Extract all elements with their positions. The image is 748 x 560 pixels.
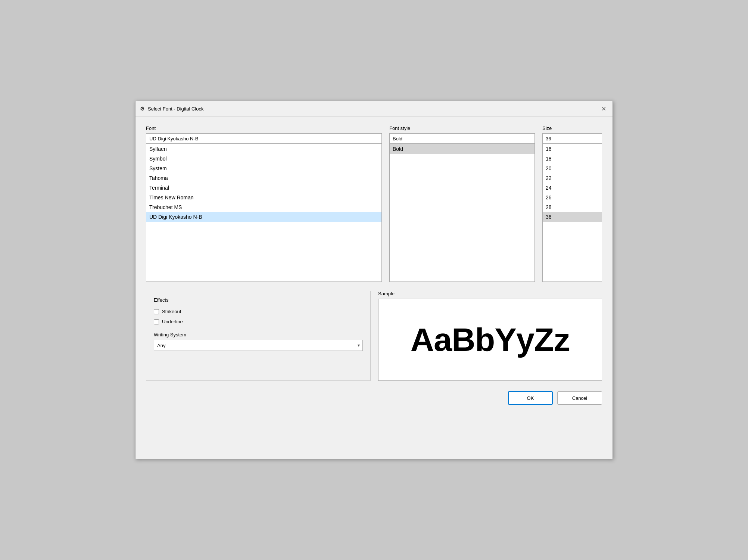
effects-title: Effects [154,297,363,303]
list-item[interactable]: 22 [543,173,602,183]
sample-section: Sample AaBbYyZz [378,291,602,381]
list-item[interactable]: 28 [543,202,602,212]
list-item[interactable]: 18 [543,154,602,164]
close-button[interactable]: ✕ [599,104,608,113]
writing-system-label: Writing System [154,332,363,337]
title-bar-left: ⚙ Select Font - Digital Clock [140,106,204,112]
list-item[interactable]: Symbol [146,154,381,164]
title-bar-title: Select Font - Digital Clock [148,106,204,112]
list-item[interactable]: 16 [543,144,602,154]
list-item[interactable]: 26 [543,193,602,202]
size-section: Size 16 18 20 22 24 26 28 36 [542,125,602,282]
font-input[interactable] [146,133,382,144]
title-bar: ⚙ Select Font - Digital Clock ✕ [135,101,613,116]
list-item[interactable]: Sylfaen [146,144,381,154]
list-item[interactable]: Times New Roman [146,193,381,202]
font-label: Font [146,125,382,131]
dialog-body: Font Sylfaen Symbol System Tahoma Termin… [135,116,613,414]
font-list-selected-item[interactable]: UD Digi Kyokasho N-B [146,212,381,222]
font-style-section: Font style Bold [389,125,535,282]
strikeout-label[interactable]: Strikeout [162,309,181,314]
sample-title: Sample [378,291,602,296]
strikeout-checkbox[interactable] [154,309,159,314]
ok-button[interactable]: OK [508,391,553,405]
sample-text: AaBbYyZz [410,321,570,359]
cancel-button[interactable]: Cancel [557,391,602,405]
writing-system-select[interactable]: Any Latin Greek Cyrillic Japanese Chines… [154,340,363,351]
underline-row: Underline [154,319,363,324]
size-label: Size [542,125,602,131]
font-style-label: Font style [389,125,535,131]
buttons-row: OK Cancel [146,391,602,405]
sample-box: AaBbYyZz [378,299,602,381]
list-item[interactable]: Terminal [146,183,381,193]
underline-checkbox[interactable] [154,319,159,324]
list-item[interactable]: 24 [543,183,602,193]
select-font-dialog: ⚙ Select Font - Digital Clock ✕ Font Syl… [135,101,613,459]
font-section: Font Sylfaen Symbol System Tahoma Termin… [146,125,382,282]
gear-icon: ⚙ [140,106,145,112]
size-list-selected-item[interactable]: 36 [543,212,602,222]
effects-section: Effects Strikeout Underline Writing Syst… [146,291,371,381]
top-row: Font Sylfaen Symbol System Tahoma Termin… [146,125,602,282]
size-input[interactable] [542,133,602,144]
strikeout-row: Strikeout [154,309,363,314]
list-item[interactable]: 20 [543,164,602,173]
list-item[interactable]: Tahoma [146,173,381,183]
underline-label[interactable]: Underline [162,319,183,324]
writing-system-wrapper: Any Latin Greek Cyrillic Japanese Chines… [154,340,363,351]
list-item[interactable]: Trebuchet MS [146,202,381,212]
font-style-selected-item[interactable]: Bold [390,144,534,154]
font-style-input[interactable] [389,133,535,144]
font-style-list[interactable]: Bold [389,144,535,282]
list-item[interactable]: System [146,164,381,173]
size-list[interactable]: 16 18 20 22 24 26 28 36 [542,144,602,282]
bottom-row: Effects Strikeout Underline Writing Syst… [146,291,602,381]
font-list[interactable]: Sylfaen Symbol System Tahoma Terminal Ti… [146,144,382,282]
